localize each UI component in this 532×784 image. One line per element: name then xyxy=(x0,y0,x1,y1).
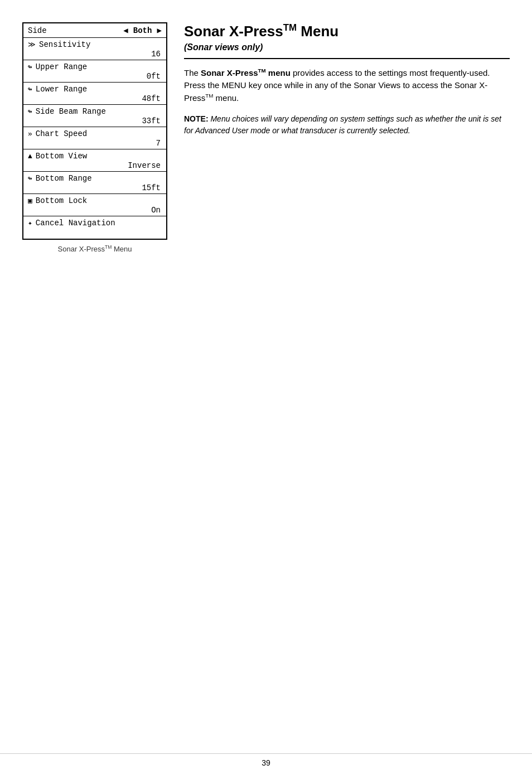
side-beam-range-label: Side Beam Range xyxy=(36,107,106,116)
lower-range-icon: ↬ xyxy=(28,85,32,94)
menu-header: Side ◀ Both ▶ xyxy=(23,23,166,38)
menu-item-bottom-view[interactable]: ▲ Bottom View Inverse xyxy=(23,149,166,172)
cancel-navigation-label: Cancel Navigation xyxy=(36,219,115,228)
menu-box: Side ◀ Both ▶ ≫ Sensitivity 16 ↬ xyxy=(22,22,167,240)
cancel-navigation-icon: ✦ xyxy=(28,219,32,228)
bottom-lock-icon: ▣ xyxy=(28,196,32,205)
menu-caption: Sonar X-PressTM Menu xyxy=(58,244,132,253)
menu-item-lower-range[interactable]: ↬ Lower Range 48ft xyxy=(23,83,166,105)
sensitivity-value: 16 xyxy=(28,50,162,59)
side-beam-range-value: 33ft xyxy=(28,117,162,125)
bottom-view-value: Inverse xyxy=(28,161,162,170)
bottom-range-value: 15ft xyxy=(28,183,162,192)
nav-arrow-right[interactable]: ▶ xyxy=(157,26,162,35)
nav-value: Both xyxy=(132,26,154,35)
page-subtitle: (Sonar views only) xyxy=(184,42,510,52)
body-text: The Sonar X-PressTM menu provides access… xyxy=(184,67,510,105)
upper-range-value: 0ft xyxy=(28,72,162,81)
page-number: 39 xyxy=(262,758,270,767)
menu-item-bottom-lock[interactable]: ▣ Bottom Lock On xyxy=(23,194,166,216)
page-footer: 39 xyxy=(0,753,532,767)
bottom-range-label: Bottom Range xyxy=(36,174,92,183)
lower-range-value: 48ft xyxy=(28,94,162,103)
bottom-lock-value: On xyxy=(28,206,162,215)
bottom-lock-label: Bottom Lock xyxy=(36,196,87,205)
upper-range-label: Upper Range xyxy=(36,62,87,71)
menu-item-chart-speed[interactable]: » Chart Speed 7 xyxy=(23,127,166,149)
note-block: NOTE: Menu choices will vary depending o… xyxy=(184,113,510,137)
bottom-range-icon: ↬ xyxy=(28,174,32,183)
bottom-view-icon: ▲ xyxy=(28,152,32,161)
sensitivity-label: Sensitivity xyxy=(39,40,90,49)
upper-range-icon: ↬ xyxy=(28,62,32,71)
note-text: Menu choices will vary depending on syst… xyxy=(184,114,501,135)
menu-item-sensitivity[interactable]: ≫ Sensitivity 16 xyxy=(23,38,166,60)
menu-nav[interactable]: ◀ Both ▶ xyxy=(123,26,162,35)
page-title: Sonar X-PressTM Menu xyxy=(184,22,510,40)
chart-speed-value: 7 xyxy=(28,139,162,148)
menu-item-upper-range[interactable]: ↬ Upper Range 0ft xyxy=(23,60,166,83)
menu-header-label: Side xyxy=(28,26,47,35)
title-divider xyxy=(184,58,510,59)
menu-item-side-beam-range[interactable]: ↬ Side Beam Range 33ft xyxy=(23,105,166,127)
sensitivity-icon: ≫ xyxy=(28,40,36,49)
lower-range-label: Lower Range xyxy=(36,85,87,94)
menu-item-bottom-range[interactable]: ↬ Bottom Range 15ft xyxy=(23,172,166,194)
bottom-view-label: Bottom View xyxy=(36,152,87,161)
note-label: NOTE: xyxy=(184,114,209,123)
left-panel: Side ◀ Both ▶ ≫ Sensitivity 16 ↬ xyxy=(22,22,167,253)
chart-speed-label: Chart Speed xyxy=(36,129,87,138)
nav-arrow-left[interactable]: ◀ xyxy=(123,26,128,35)
right-panel: Sonar X-PressTM Menu (Sonar views only) … xyxy=(184,22,510,137)
chart-speed-icon: » xyxy=(28,130,32,138)
menu-item-cancel-navigation[interactable]: ✦ Cancel Navigation xyxy=(23,216,166,239)
side-beam-range-icon: ↬ xyxy=(28,107,32,116)
